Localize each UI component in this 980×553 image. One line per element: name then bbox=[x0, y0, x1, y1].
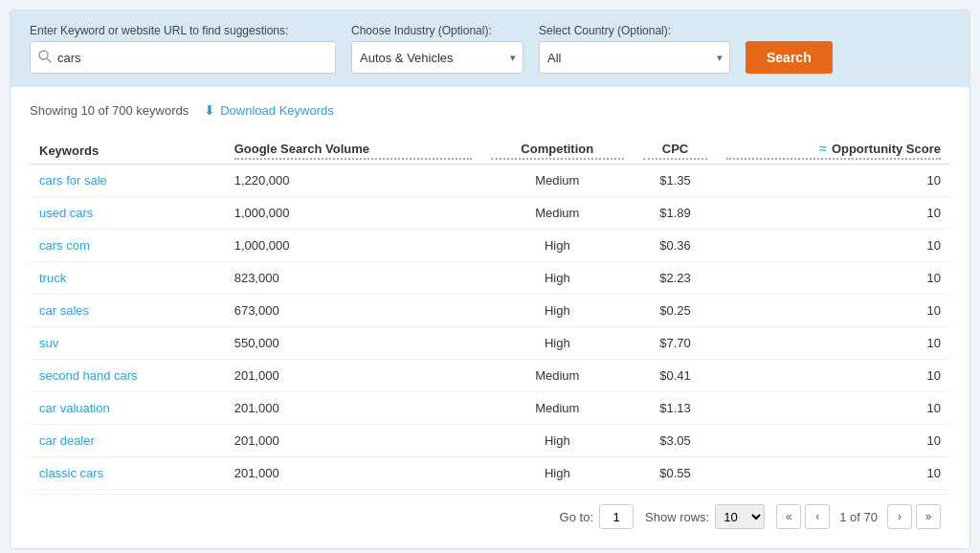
cell-opportunity: 10 bbox=[717, 197, 950, 230]
table-footer: Go to: Show rows: 5 10 25 50 100 « ‹ 1 o… bbox=[30, 494, 950, 533]
cell-volume: 550,000 bbox=[225, 327, 481, 360]
cell-cpc: $3.05 bbox=[634, 425, 717, 457]
showing-text: Showing 10 of 700 keywords bbox=[30, 103, 189, 118]
cell-competition: High bbox=[481, 457, 634, 490]
cell-cpc: $0.36 bbox=[634, 230, 717, 262]
cell-opportunity: 10 bbox=[717, 230, 950, 262]
download-link[interactable]: ⬇ Download Keywords bbox=[204, 102, 334, 118]
cell-volume: 673,000 bbox=[225, 295, 481, 327]
cell-cpc: $1.13 bbox=[634, 392, 717, 425]
col-cpc: CPC bbox=[634, 133, 717, 165]
toolbar: Showing 10 of 700 keywords ⬇ Download Ke… bbox=[30, 102, 950, 118]
table-row: truck 823,000 High $2.23 10 bbox=[30, 262, 950, 295]
cell-opportunity: 10 bbox=[717, 392, 950, 425]
col-keywords: Keywords bbox=[30, 133, 225, 165]
cell-cpc: $1.89 bbox=[634, 197, 717, 230]
cell-competition: High bbox=[481, 425, 634, 457]
cell-keyword[interactable]: truck bbox=[30, 262, 225, 295]
cell-volume: 201,000 bbox=[225, 392, 481, 425]
cell-competition: Medium bbox=[481, 360, 634, 392]
col-volume: Google Search Volume bbox=[225, 133, 481, 165]
keyword-label: Enter Keyword or website URL to find sug… bbox=[30, 24, 336, 37]
cell-keyword[interactable]: second hand cars bbox=[30, 360, 225, 392]
prev-page-button[interactable]: ‹ bbox=[805, 504, 830, 529]
col-competition: Competition bbox=[481, 133, 634, 165]
keywords-table: Keywords Google Search Volume Competitio… bbox=[30, 133, 950, 490]
cell-opportunity: 10 bbox=[717, 327, 950, 360]
cell-cpc: $7.70 bbox=[634, 327, 717, 360]
cell-competition: High bbox=[481, 262, 634, 295]
search-button[interactable]: Search bbox=[746, 41, 833, 74]
table-row: suv 550,000 High $7.70 10 bbox=[30, 327, 950, 360]
search-icon bbox=[38, 50, 52, 66]
cell-keyword[interactable]: classic cars bbox=[30, 457, 225, 490]
keyword-input-wrapper bbox=[30, 41, 336, 74]
page-info: 1 of 70 bbox=[834, 510, 883, 524]
industry-select[interactable]: All Industries Autos & Vehicles Finance … bbox=[351, 41, 523, 74]
cell-volume: 823,000 bbox=[225, 262, 481, 295]
search-bar: Enter Keyword or website URL to find sug… bbox=[11, 11, 969, 87]
cell-competition: High bbox=[481, 230, 634, 262]
cell-cpc: $0.41 bbox=[634, 360, 717, 392]
opportunity-icon: ≈ bbox=[819, 141, 827, 156]
last-page-button[interactable]: » bbox=[916, 504, 941, 529]
table-row: classic cars 201,000 High $0.55 10 bbox=[30, 457, 950, 490]
cell-keyword[interactable]: car sales bbox=[30, 295, 225, 327]
show-rows-label: Show rows: bbox=[645, 510, 709, 524]
cell-competition: Medium bbox=[481, 165, 634, 197]
show-rows-select[interactable]: 5 10 25 50 100 bbox=[715, 504, 765, 529]
table-row: used cars 1,000,000 Medium $1.89 10 bbox=[30, 197, 950, 230]
industry-select-wrapper: All Industries Autos & Vehicles Finance … bbox=[351, 41, 523, 74]
cell-opportunity: 10 bbox=[717, 360, 950, 392]
first-page-button[interactable]: « bbox=[776, 504, 801, 529]
table-row: cars for sale 1,220,000 Medium $1.35 10 bbox=[30, 165, 950, 197]
cell-opportunity: 10 bbox=[717, 425, 950, 457]
svg-line-1 bbox=[47, 58, 51, 62]
cell-opportunity: 10 bbox=[717, 295, 950, 327]
cell-keyword[interactable]: suv bbox=[30, 327, 225, 360]
col-opportunity: ≈ Opportunity Score bbox=[717, 133, 950, 165]
col-opportunity-label: Opportunity Score bbox=[832, 142, 941, 156]
country-select-wrapper: All United States United Kingdom Canada … bbox=[539, 41, 730, 74]
cell-volume: 1,220,000 bbox=[225, 165, 481, 197]
goto-input[interactable] bbox=[599, 504, 634, 529]
download-icon: ⬇ bbox=[204, 102, 215, 118]
industry-label: Choose Industry (Optional): bbox=[351, 24, 523, 37]
cell-keyword[interactable]: cars for sale bbox=[30, 165, 225, 197]
table-row: cars com 1,000,000 High $0.36 10 bbox=[30, 230, 950, 262]
country-label: Select Country (Optional): bbox=[539, 24, 730, 37]
cell-volume: 1,000,000 bbox=[225, 230, 481, 262]
keyword-input[interactable] bbox=[57, 51, 327, 65]
next-page-button[interactable]: › bbox=[887, 504, 912, 529]
goto-label: Go to: bbox=[560, 510, 593, 524]
cell-cpc: $0.55 bbox=[634, 457, 717, 490]
cell-keyword[interactable]: cars com bbox=[30, 230, 225, 262]
cell-volume: 201,000 bbox=[225, 457, 481, 490]
cell-volume: 1,000,000 bbox=[225, 197, 481, 230]
table-header-row: Keywords Google Search Volume Competitio… bbox=[30, 133, 950, 165]
cell-volume: 201,000 bbox=[225, 360, 481, 392]
country-select[interactable]: All United States United Kingdom Canada … bbox=[539, 41, 730, 74]
table-row: car sales 673,000 High $0.25 10 bbox=[30, 295, 950, 327]
cell-volume: 201,000 bbox=[225, 425, 481, 457]
table-row: car dealer 201,000 High $3.05 10 bbox=[30, 425, 950, 457]
cell-opportunity: 10 bbox=[717, 457, 950, 490]
cell-keyword[interactable]: car dealer bbox=[30, 425, 225, 457]
industry-field-group: Choose Industry (Optional): All Industri… bbox=[351, 24, 523, 74]
cell-competition: High bbox=[481, 327, 634, 360]
table-row: second hand cars 201,000 Medium $0.41 10 bbox=[30, 360, 950, 392]
main-container: Enter Keyword or website URL to find sug… bbox=[10, 10, 970, 549]
show-rows-group: Show rows: 5 10 25 50 100 bbox=[645, 504, 765, 529]
cell-opportunity: 10 bbox=[717, 262, 950, 295]
cell-competition: Medium bbox=[481, 197, 634, 230]
cell-keyword[interactable]: car valuation bbox=[30, 392, 225, 425]
cell-competition: Medium bbox=[481, 392, 634, 425]
cell-cpc: $1.35 bbox=[634, 165, 717, 197]
download-label: Download Keywords bbox=[220, 103, 334, 118]
cell-keyword[interactable]: used cars bbox=[30, 197, 225, 230]
country-field-group: Select Country (Optional): All United St… bbox=[539, 24, 730, 74]
table-row: car valuation 201,000 Medium $1.13 10 bbox=[30, 392, 950, 425]
cell-opportunity: 10 bbox=[717, 165, 950, 197]
content-area: Showing 10 of 700 keywords ⬇ Download Ke… bbox=[11, 87, 969, 548]
cell-competition: High bbox=[481, 295, 634, 327]
